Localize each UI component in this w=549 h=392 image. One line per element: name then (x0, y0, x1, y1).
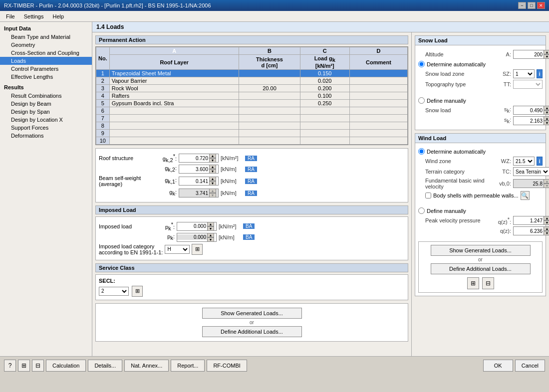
right-content: Snow Load Altitude A: ▲ ▼ (412, 32, 549, 356)
footer-icon-btn1[interactable]: ? (4, 360, 16, 372)
footer-icon-btn3[interactable]: ⊟ (32, 360, 44, 372)
gk2-input[interactable]: ▲ ▼ (179, 165, 219, 174)
table-row[interactable]: 10 (96, 137, 408, 145)
spin-up[interactable]: ▲ (544, 216, 549, 220)
show-generated-loads-button[interactable]: Show Generated Loads... (202, 308, 302, 319)
table-row[interactable]: 7 (96, 115, 408, 122)
vb0-input[interactable]: ▲ ▼ (513, 179, 549, 188)
minimize-button[interactable]: − (518, 2, 526, 9)
wind-icon-btn2[interactable]: ⊟ (482, 277, 494, 289)
secl-edit-button[interactable]: ⊞ (132, 286, 143, 297)
permanent-action-table: No. A B C D Roof Layer Thicknessd [cm] L (96, 47, 408, 145)
wind-zone-dropdown[interactable]: 21.5 (513, 157, 535, 166)
wind-define-additional-button[interactable]: Define Additional Loads... (431, 263, 531, 274)
pk1-input[interactable]: ▲ ▼ (177, 222, 217, 231)
spin-up[interactable]: ▲ (209, 177, 216, 181)
maximize-button[interactable]: □ (528, 2, 536, 9)
terrain-dropdown[interactable]: Sea Terrain (513, 167, 549, 176)
sidebar-item-deformations[interactable]: Deformations (0, 132, 92, 140)
sidebar-item-geometry[interactable]: Geometry (0, 41, 92, 49)
table-row[interactable]: 5 Gypsum Boards incl. Stra 0.250 (96, 100, 408, 107)
gk1-input[interactable]: ▲ ▼ (179, 177, 219, 186)
category-dropdown[interactable]: H (165, 245, 190, 254)
sk2-input[interactable]: ▲ ▼ (513, 116, 549, 125)
wind-icon-btn1[interactable]: ⊞ (467, 277, 479, 289)
footer-icon-btn2[interactable]: ⊞ (18, 360, 30, 372)
qz-input[interactable]: ▲ ▼ (513, 216, 549, 225)
sidebar-item-design-by-span[interactable]: Design by Span (0, 108, 92, 116)
spin-up[interactable]: ▲ (544, 106, 549, 110)
wind-manual-radio[interactable] (418, 207, 425, 214)
gk-input[interactable]: ▲ ▼ (179, 189, 219, 197)
spin-down[interactable]: ▼ (209, 193, 216, 197)
define-additional-loads-button[interactable]: Define Additional Loads... (202, 326, 302, 337)
service-class-label: Service Class (95, 263, 408, 272)
sidebar-item-result-combinations[interactable]: Result Combinations (0, 92, 92, 100)
snow-auto-radio[interactable] (418, 61, 425, 67)
spin-up[interactable]: ▲ (544, 50, 549, 54)
spin-down[interactable]: ▼ (544, 231, 549, 235)
category-edit-button[interactable]: ⊞ (192, 244, 203, 255)
calculate-button[interactable]: Calculation (46, 360, 86, 372)
table-row[interactable]: 6 (96, 107, 408, 115)
sk-input[interactable]: ▲ ▼ (513, 106, 549, 115)
altitude-input[interactable]: ▲ ▼ (513, 50, 549, 59)
spin-down[interactable]: ▼ (207, 226, 214, 231)
topography-dropdown[interactable] (513, 80, 543, 89)
sidebar-item-beam-type[interactable]: Beam Type and Material (0, 33, 92, 41)
table-row[interactable]: 9 (96, 130, 408, 137)
details-button[interactable]: Details... (88, 360, 122, 372)
spin-down[interactable]: ▼ (544, 110, 549, 115)
report-button[interactable]: Report... (171, 360, 205, 372)
snow-zone-dropdown[interactable]: 1 (513, 69, 535, 78)
sidebar-item-design-by-beam[interactable]: Design by Beam (0, 100, 92, 108)
sidebar-item-cross-section[interactable]: Cross-Section and Coupling (0, 49, 92, 57)
gk2star-input[interactable]: ▲ ▼ (179, 154, 219, 163)
cancel-button[interactable]: Cancel (515, 360, 545, 372)
sidebar-item-effective[interactable]: Effective Lengths (0, 73, 92, 81)
snow-zone-info-button[interactable]: i (537, 69, 543, 78)
body-shells-checkbox[interactable] (425, 193, 431, 198)
spin-up[interactable]: ▲ (209, 189, 216, 193)
spin-down[interactable]: ▼ (209, 169, 216, 174)
snow-manual-radio[interactable] (418, 97, 425, 104)
spin-down[interactable]: ▼ (209, 158, 216, 163)
spin-down[interactable]: ▼ (544, 220, 549, 225)
close-button[interactable]: ✕ (537, 2, 545, 9)
wind-zone-info-button[interactable]: i (537, 157, 543, 166)
rf-combi-button[interactable]: RF-COMBI (207, 360, 247, 372)
secl-dropdown[interactable]: 2 (99, 287, 129, 296)
spin-down[interactable]: ▼ (544, 121, 549, 125)
spin-up[interactable]: ▲ (544, 116, 549, 121)
table-row[interactable]: 3 Rock Wool 20.00 0.200 (96, 85, 408, 92)
nat-annex-button[interactable]: Nat. Annex... (124, 360, 169, 372)
body-shells-info-button[interactable]: 🔍 (521, 191, 530, 200)
sidebar-item-loads[interactable]: Loads (0, 57, 92, 65)
sidebar-item-support-forces[interactable]: Support Forces (0, 124, 92, 132)
menu-help[interactable]: Help (48, 12, 68, 20)
table-row[interactable]: 1 Trapezoidal Sheet Metal 0.150 (96, 70, 408, 77)
spin-up[interactable]: ▲ (544, 179, 549, 184)
table-row[interactable]: 2 Vapour Barrier 0.020 (96, 77, 408, 85)
sidebar-item-design-by-location[interactable]: Design by Location X (0, 116, 92, 124)
menu-file[interactable]: File (2, 12, 19, 20)
spin-up[interactable]: ▲ (207, 233, 214, 237)
spin-down[interactable]: ▼ (209, 181, 216, 186)
spin-up[interactable]: ▲ (544, 226, 549, 231)
table-row[interactable]: 8 (96, 122, 408, 130)
spin-up[interactable]: ▲ (209, 165, 216, 169)
wind-auto-radio[interactable] (418, 148, 425, 155)
spin-down[interactable]: ▼ (207, 237, 214, 242)
sidebar-item-control[interactable]: Control Parameters (0, 65, 92, 73)
qz2-input[interactable]: ▲ ▼ (513, 226, 549, 235)
pk2-input[interactable]: ▲ ▼ (177, 233, 217, 242)
ok-button[interactable]: OK (483, 360, 513, 372)
spin-up[interactable]: ▲ (209, 154, 216, 158)
spin-up[interactable]: ▲ (207, 222, 214, 226)
spin-down[interactable]: ▼ (544, 54, 549, 59)
table-row[interactable]: 4 Rafters 0.100 (96, 92, 408, 100)
spin-down[interactable]: ▼ (544, 184, 549, 188)
wind-show-generated-button[interactable]: Show Generated Loads... (431, 245, 531, 256)
menu-settings[interactable]: Settings (20, 12, 48, 20)
title-bar: RX-TIMBER - Purlin - 2.04.0003 (32bit) -… (0, 0, 549, 11)
